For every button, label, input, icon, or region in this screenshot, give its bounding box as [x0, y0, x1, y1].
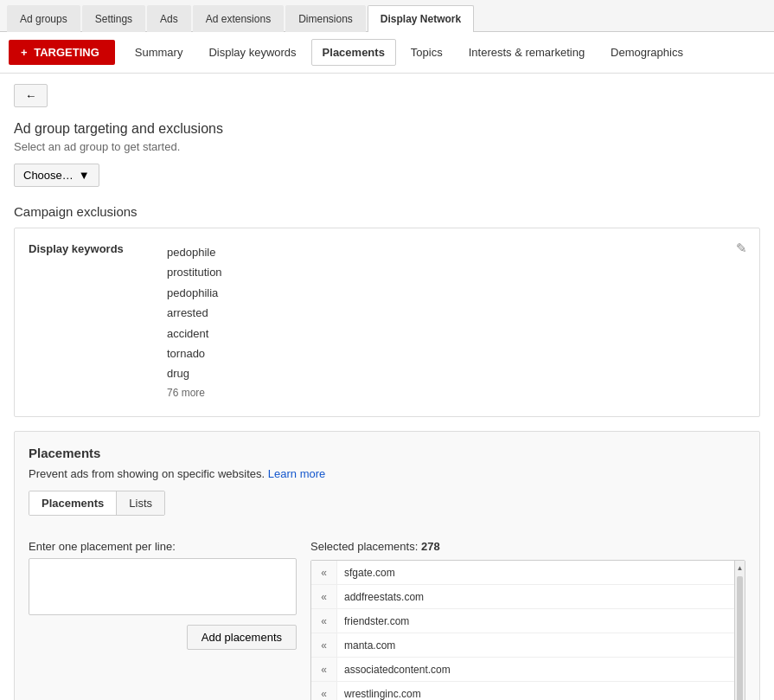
ad-group-section-subtitle: Select an ad group to get started.	[14, 140, 760, 153]
tab-ads[interactable]: Ads	[147, 5, 191, 32]
placements-desc-text: Prevent ads from showing on specific web…	[29, 467, 265, 480]
targeting-plus-icon: +	[21, 46, 28, 59]
tab-demographics[interactable]: Demographics	[599, 39, 694, 66]
keyword-item: drug	[167, 363, 745, 383]
selected-header: Selected placements: 278	[310, 540, 745, 553]
placements-description: Prevent ads from showing on specific web…	[29, 467, 745, 480]
placement-name-5: wrestlinginc.com	[337, 688, 734, 700]
placement-row: « addfreestats.com	[311, 585, 734, 609]
keyword-item: tornado	[167, 344, 745, 363]
remove-btn-0[interactable]: «	[311, 561, 337, 584]
placement-row: « friendster.com	[311, 609, 734, 633]
choose-chevron-icon: ▼	[79, 169, 90, 182]
choose-dropdown[interactable]: Choose… ▼	[14, 164, 99, 187]
placement-input[interactable]	[29, 558, 297, 615]
targeting-button[interactable]: + TARGETING	[9, 40, 115, 65]
tab-ad-groups[interactable]: Ad groups	[7, 5, 80, 32]
targeting-label: TARGETING	[34, 46, 99, 59]
ad-group-section-title: Ad group targeting and exclusions	[14, 121, 760, 137]
keyword-item: arrested	[167, 303, 745, 323]
choose-label: Choose…	[23, 169, 74, 182]
back-button[interactable]: ←	[14, 84, 48, 107]
placement-name-0: sfgate.com	[337, 567, 734, 579]
scrollbar[interactable]: ▲ ▼	[734, 561, 745, 700]
sub-tab-lists[interactable]: Lists	[117, 491, 164, 515]
placement-items: « sfgate.com « addfreestats.com « friend…	[311, 561, 734, 700]
placements-two-panel: Enter one placement per line: Add placem…	[29, 540, 745, 700]
tab-placements[interactable]: Placements	[311, 39, 396, 66]
remove-btn-2[interactable]: «	[311, 609, 337, 633]
keyword-item: accident	[167, 324, 745, 344]
placement-list-wrapper: « sfgate.com « addfreestats.com « friend…	[310, 560, 745, 700]
sub-tab-placements[interactable]: Placements	[29, 491, 117, 515]
selected-label: Selected placements	[310, 540, 415, 553]
display-keywords-label: Display keywords	[29, 242, 167, 402]
secondary-navigation: + TARGETING Summary Display keywords Pla…	[0, 32, 774, 74]
placements-card: Placements Prevent ads from showing on s…	[14, 431, 760, 700]
display-keywords-card: Display keywords pedophile prostitution …	[14, 228, 760, 417]
keyword-item: pedophilia	[167, 283, 745, 303]
tab-topics[interactable]: Topics	[400, 39, 454, 66]
placements-sub-tabs: Placements Lists	[29, 491, 165, 516]
keyword-item: prostitution	[167, 262, 745, 282]
scrollbar-thumb[interactable]	[737, 576, 743, 700]
tab-ad-extensions[interactable]: Ad extensions	[193, 5, 284, 32]
remove-btn-1[interactable]: «	[311, 585, 337, 608]
placement-row: « manta.com	[311, 633, 734, 658]
placement-name-3: manta.com	[337, 639, 734, 652]
tab-display-keywords[interactable]: Display keywords	[197, 39, 307, 66]
placement-row: « wrestlinginc.com	[311, 682, 734, 700]
keywords-list: pedophile prostitution pedophilia arrest…	[167, 242, 745, 402]
learn-more-link[interactable]: Learn more	[268, 467, 325, 480]
tab-interests-remarketing[interactable]: Interests & remarketing	[457, 39, 596, 66]
tab-dimensions[interactable]: Dimensions	[285, 5, 366, 32]
placement-name-4: associatedcontent.com	[337, 664, 734, 676]
remove-btn-3[interactable]: «	[311, 633, 337, 657]
top-navigation: Ad groups Settings Ads Ad extensions Dim…	[0, 0, 774, 32]
placement-row: « sfgate.com	[311, 561, 734, 585]
placement-name-1: addfreestats.com	[337, 591, 734, 603]
keyword-item: pedophile	[167, 242, 745, 262]
placement-name-2: friendster.com	[337, 615, 734, 627]
edit-keywords-icon[interactable]: ✎	[736, 241, 747, 256]
right-panel: Selected placements: 278 « sfgate.com « …	[310, 540, 745, 700]
scrollbar-up-btn[interactable]: ▲	[735, 561, 745, 575]
input-label: Enter one placement per line:	[29, 540, 297, 553]
selected-count: 278	[421, 540, 440, 553]
remove-btn-4[interactable]: «	[311, 658, 337, 681]
left-panel: Enter one placement per line: Add placem…	[29, 540, 297, 700]
remove-btn-5[interactable]: «	[311, 682, 337, 700]
tab-display-network[interactable]: Display Network	[368, 5, 474, 32]
add-placements-button[interactable]: Add placements	[187, 625, 297, 650]
placements-title: Placements	[29, 446, 745, 460]
campaign-exclusions-title: Campaign exclusions	[14, 204, 760, 219]
tab-settings[interactable]: Settings	[82, 5, 145, 32]
placement-row: « associatedcontent.com	[311, 658, 734, 682]
main-content: ← Ad group targeting and exclusions Sele…	[0, 74, 774, 700]
keywords-more: 76 more	[167, 384, 745, 403]
tab-summary[interactable]: Summary	[124, 39, 195, 66]
back-arrow-icon: ←	[25, 89, 36, 102]
